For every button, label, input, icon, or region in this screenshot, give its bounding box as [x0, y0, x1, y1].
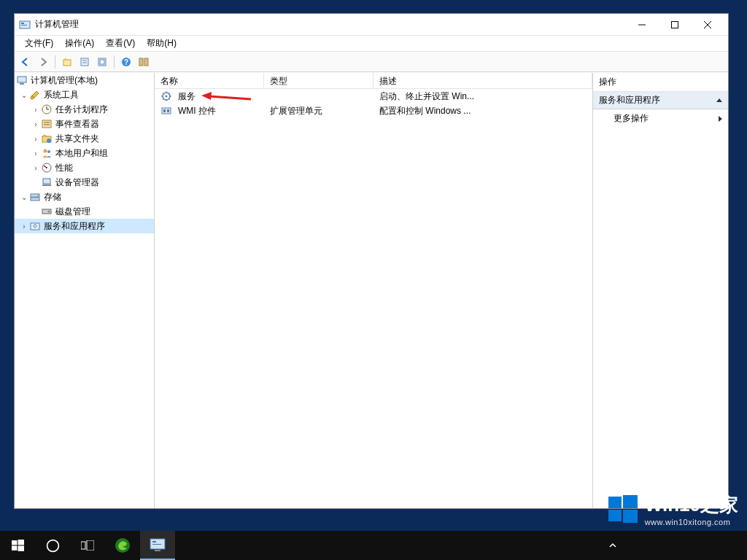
svg-rect-12	[100, 60, 104, 64]
close-button[interactable]	[691, 15, 724, 35]
cortana-button[interactable]	[35, 531, 70, 560]
body-panes: 计算机管理(本地) ⌄ 系统工具 › 任务计划程序 › 事件查看器 › 共享文件…	[15, 72, 728, 508]
window-title: 计算机管理	[35, 18, 625, 31]
col-header-desc[interactable]: 描述	[374, 73, 592, 88]
list-row-services[interactable]: 服务 启动、终止并设置 Win...	[155, 89, 592, 104]
tree-local-users[interactable]: › 本地用户和组	[15, 146, 154, 160]
svg-rect-7	[63, 60, 71, 66]
svg-rect-32	[43, 179, 50, 184]
tree-device-manager[interactable]: 设备管理器	[15, 175, 154, 190]
menu-action[interactable]: 操作(A)	[59, 36, 100, 51]
svg-point-42	[166, 96, 168, 98]
svg-rect-53	[18, 540, 24, 545]
expander-icon[interactable]: ›	[31, 135, 41, 143]
svg-rect-16	[144, 58, 148, 66]
svg-point-56	[47, 540, 58, 551]
expander-icon[interactable]: ›	[31, 164, 41, 172]
svg-rect-33	[42, 184, 51, 186]
disk-icon	[41, 206, 53, 217]
tree-pane[interactable]: 计算机管理(本地) ⌄ 系统工具 › 任务计划程序 › 事件查看器 › 共享文件…	[15, 73, 155, 508]
tree-root[interactable]: 计算机管理(本地)	[15, 73, 154, 88]
menu-help[interactable]: 帮助(H)	[141, 36, 182, 51]
mmc-taskbar-button[interactable]	[140, 531, 175, 560]
gear-icon	[160, 90, 172, 102]
expander-icon[interactable]: ⌄	[19, 193, 29, 201]
expander-icon[interactable]: ›	[19, 222, 29, 230]
menu-view[interactable]: 查看(V)	[100, 36, 141, 51]
actions-pane: 操作 服务和应用程序 更多操作	[592, 73, 728, 508]
svg-rect-55	[18, 545, 24, 551]
computer-management-window: 计算机管理 文件(F) 操作(A) 查看(V) 帮助(H) ? 计算机管理(本地…	[14, 13, 729, 509]
folder-share-icon	[41, 133, 53, 144]
back-button[interactable]	[18, 54, 34, 70]
col-header-name[interactable]: 名称	[155, 73, 264, 88]
expander-icon[interactable]: ›	[31, 120, 41, 128]
svg-rect-51	[623, 510, 638, 523]
actions-group-header[interactable]: 服务和应用程序	[593, 92, 728, 109]
edge-button[interactable]	[105, 531, 140, 560]
forward-button[interactable]	[35, 54, 51, 70]
performance-icon	[41, 162, 53, 174]
tree-disk-mgmt[interactable]: 磁盘管理	[15, 204, 154, 219]
svg-rect-43	[162, 108, 171, 114]
svg-point-19	[31, 96, 34, 99]
svg-point-31	[46, 167, 47, 168]
show-hide-button[interactable]	[136, 54, 152, 70]
svg-rect-50	[608, 510, 622, 521]
tree-services-apps[interactable]: › 服务和应用程序	[15, 219, 154, 233]
tree-task-scheduler[interactable]: › 任务计划程序	[15, 102, 154, 117]
up-button[interactable]	[59, 54, 75, 70]
svg-point-29	[47, 150, 50, 153]
list-body[interactable]: 服务 启动、终止并设置 Win... WMI 控件 扩展管理单元 配置和控制 W…	[155, 89, 592, 118]
svg-rect-57	[81, 542, 85, 549]
refresh-button[interactable]	[94, 54, 110, 70]
svg-rect-61	[155, 550, 160, 551]
tree-performance[interactable]: › 性能	[15, 160, 154, 175]
computer-icon	[16, 74, 28, 86]
svg-rect-52	[12, 540, 17, 545]
svg-rect-2	[21, 25, 27, 26]
tree-storage[interactable]: ⌄ 存储	[15, 190, 154, 204]
list-row-wmi[interactable]: WMI 控件 扩展管理单元 配置和控制 Windows ...	[155, 104, 592, 118]
svg-rect-18	[20, 83, 24, 85]
tree-event-viewer[interactable]: › 事件查看器	[15, 117, 154, 131]
clock-icon	[41, 104, 53, 115]
expander-icon[interactable]: ›	[31, 106, 41, 114]
watermark-url: www.win10xitong.com	[645, 518, 738, 526]
tray-chevron[interactable]	[595, 531, 630, 560]
list-header: 名称 类型 描述	[155, 73, 592, 89]
start-button[interactable]	[0, 531, 35, 560]
event-icon	[41, 118, 53, 130]
task-view-button[interactable]	[70, 531, 105, 560]
tree-system-tools[interactable]: ⌄ 系统工具	[15, 88, 154, 102]
svg-point-27	[47, 139, 51, 143]
wmi-icon	[160, 105, 172, 117]
list-pane: 名称 类型 描述 服务 启动、终止并设置 Win... WMI 控件 扩展管理单…	[155, 73, 592, 508]
maximize-button[interactable]	[658, 15, 691, 35]
actions-title: 操作	[593, 73, 728, 92]
svg-rect-8	[81, 58, 88, 66]
watermark: Win10之家 www.win10xitong.com	[607, 492, 738, 526]
svg-point-28	[44, 149, 47, 153]
menubar: 文件(F) 操作(A) 查看(V) 帮助(H)	[15, 36, 728, 52]
users-icon	[41, 147, 53, 159]
storage-icon	[29, 191, 41, 203]
col-header-type[interactable]: 类型	[264, 73, 374, 88]
svg-rect-23	[42, 120, 51, 128]
actions-more[interactable]: 更多操作	[593, 109, 728, 128]
tree-shared-folders[interactable]: › 共享文件夹	[15, 131, 154, 146]
help-button[interactable]: ?	[118, 54, 134, 70]
expander-icon[interactable]: ⌄	[19, 91, 29, 99]
svg-rect-39	[31, 223, 39, 230]
svg-rect-54	[12, 545, 17, 550]
expander-icon[interactable]: ›	[31, 149, 41, 158]
svg-rect-17	[18, 77, 26, 82]
tools-icon	[29, 89, 41, 101]
svg-rect-58	[87, 540, 94, 551]
menu-file[interactable]: 文件(F)	[19, 36, 59, 51]
svg-text:?: ?	[124, 58, 128, 66]
properties-button[interactable]	[77, 54, 93, 70]
svg-rect-15	[139, 58, 143, 66]
minimize-button[interactable]	[625, 15, 658, 35]
windows-logo-icon	[607, 494, 639, 526]
